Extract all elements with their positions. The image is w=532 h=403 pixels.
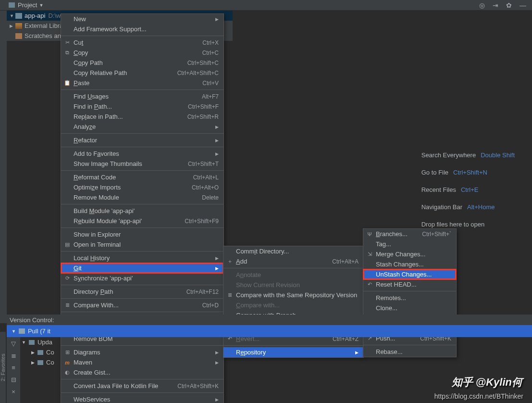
vc-tab-pull[interactable]: ▼Pull (7 it (7, 327, 55, 335)
filter-icon[interactable]: ▽ (11, 340, 16, 347)
project-label[interactable]: Project (18, 1, 37, 9)
add-icon: ＋ (226, 258, 233, 265)
menu-build-module[interactable]: Build Module 'app-api' (61, 206, 223, 216)
project-icon (9, 2, 15, 8)
git-show-cur-rev: Show Current Revision (223, 280, 363, 290)
menu-add-framework[interactable]: Add Framework Support... (61, 24, 223, 34)
git-commit-dir[interactable]: Commit Directory... (223, 246, 363, 256)
menu-git[interactable]: Git▶ (61, 263, 223, 273)
menu-optimize-imports[interactable]: Optimize ImportsCtrl+Alt+O (61, 182, 223, 192)
git-repository[interactable]: Repository▶ (223, 347, 363, 357)
version-control-header: Version Control: (7, 315, 532, 325)
github-icon: ◐ (64, 369, 71, 376)
menu-maven[interactable]: mMaven▶ (61, 357, 223, 367)
repo-rebase[interactable]: Rebase... (363, 347, 456, 357)
merge-icon: ⇲ (366, 251, 373, 257)
git-compare-with: Compare with... (223, 300, 363, 310)
menu-cut[interactable]: ✂CutCtrl+X (61, 38, 223, 48)
vc-row-c2[interactable]: ▶Co (22, 357, 54, 367)
module-icon (15, 13, 22, 19)
folder-icon (37, 360, 43, 365)
menu-analyze[interactable]: Analyze▶ (61, 122, 223, 132)
project-toolbar: Project ▼ ◎ ⇥ ✿ — (0, 0, 532, 11)
menu-synchronize[interactable]: ⟳Synchronize 'app-api' (61, 273, 223, 283)
repo-tag[interactable]: Tag... (363, 239, 456, 249)
watermark-url: https://blog.csdn.net/BThinker (434, 392, 523, 400)
expand-icon[interactable]: ≣ (11, 352, 16, 359)
menu-open-terminal[interactable]: ▤Open in Terminal (61, 239, 223, 250)
cut-icon: ✂ (64, 39, 71, 46)
menu-find-in-path[interactable]: Find in Path...Ctrl+Shift+F (61, 101, 223, 112)
repo-remotes[interactable]: Remotes... (363, 293, 456, 303)
git-annotate: Annotate (223, 270, 363, 280)
menu-show-thumbnails[interactable]: Show Image ThumbnailsCtrl+Shift+T (61, 159, 223, 169)
libs-icon (15, 23, 22, 29)
context-menu-git: Commit Directory... ＋AddCtrl+Alt+A Annot… (223, 246, 364, 358)
menu-copy-path[interactable]: Copy PathCtrl+Shift+C (61, 58, 223, 68)
paste-icon: 📋 (64, 80, 71, 86)
target-icon[interactable]: ◎ (479, 1, 485, 9)
git-add[interactable]: ＋AddCtrl+Alt+A (223, 256, 363, 266)
scratches-icon (15, 33, 22, 39)
menu-diagrams[interactable]: ⊞Diagrams▶ (61, 347, 223, 357)
repo-stash[interactable]: Stash Changes... (363, 259, 456, 269)
menu-rebuild-module[interactable]: Rebuild Module 'app-api'Ctrl+Shift+F9 (61, 216, 223, 226)
menu-reformat[interactable]: Reformat CodeCtrl+Alt+L (61, 172, 223, 182)
sync-icon: ⟳ (64, 275, 71, 281)
menu-convert-kotlin[interactable]: Convert Java File to Kotlin FileCtrl+Alt… (61, 381, 223, 391)
collapse-icon[interactable]: ≡ (12, 364, 15, 371)
repo-branches[interactable]: ΨBranches...Ctrl+Shift+` (363, 229, 456, 239)
vc-tree: ▼Upda ▶Co ▶Co (22, 337, 54, 367)
branch-icon: Ψ (366, 231, 373, 237)
version-control-tabs: ▼Pull (7 it (7, 325, 532, 337)
vc-toolbar: ▽ ≣ ≡ ⊟ × (7, 337, 20, 403)
menu-paste[interactable]: 📋PasteCtrl+V (61, 78, 223, 88)
group-icon[interactable]: ⊟ (11, 376, 16, 383)
repo-clone[interactable]: Clone... (363, 303, 456, 313)
chevron-down-icon[interactable]: ▼ (39, 3, 43, 8)
folder-icon (29, 340, 35, 345)
folder-icon (19, 328, 25, 334)
repo-reset-head[interactable]: ↶Reset HEAD... (363, 279, 456, 290)
context-menu-repository: ΨBranches...Ctrl+Shift+` Tag... ⇲Merge C… (363, 228, 457, 357)
menu-dir-path[interactable]: Directory PathCtrl+Alt+F12 (61, 287, 223, 297)
repo-unstash[interactable]: UnStash Changes... (363, 269, 456, 279)
collapse-icon[interactable]: ⇥ (493, 1, 498, 9)
menu-create-gist[interactable]: ◐Create Gist... (61, 367, 223, 378)
favorites-tab[interactable]: 2: Favorites (0, 332, 6, 403)
menu-webservices[interactable]: WebServices▶ (61, 394, 223, 403)
git-compare-same[interactable]: ≣Compare with the Same Repository Versio… (223, 290, 363, 300)
diff-icon: ≣ (64, 302, 71, 308)
menu-compare-with[interactable]: ≣Compare With...Ctrl+D (61, 300, 223, 310)
menu-add-favorites[interactable]: Add to Favorites▶ (61, 149, 223, 159)
menu-local-history[interactable]: Local History▶ (61, 253, 223, 263)
terminal-icon: ▤ (64, 241, 71, 248)
menu-replace-in-path[interactable]: Replace in Path...Ctrl+Shift+R (61, 112, 223, 122)
vc-row-c1[interactable]: ▶Co (22, 347, 54, 357)
menu-show-explorer[interactable]: Show in Explorer (61, 229, 223, 239)
diagram-icon: ⊞ (64, 349, 71, 355)
menu-new[interactable]: New▶ (61, 14, 223, 24)
maven-icon: m (64, 360, 71, 365)
copy-icon: ⧉ (64, 50, 71, 56)
hide-icon[interactable]: — (520, 1, 526, 9)
left-side-tabs (0, 11, 7, 323)
menu-find-usages[interactable]: Find UsagesAlt+F7 (61, 91, 223, 101)
reset-icon: ↶ (366, 281, 373, 288)
folder-icon (37, 350, 43, 355)
context-menu-main: New▶ Add Framework Support... ✂CutCtrl+X… (61, 13, 224, 403)
diff-icon: ≣ (226, 292, 233, 298)
menu-refactor[interactable]: Refactor▶ (61, 135, 223, 145)
gear-icon[interactable]: ✿ (506, 1, 512, 9)
welcome-tips: Search EverywhereDouble Shift Go to File… (421, 147, 515, 233)
menu-copy[interactable]: ⧉CopyCtrl+C (61, 48, 223, 58)
prev-icon[interactable]: × (12, 388, 15, 395)
menu-copy-rel-path[interactable]: Copy Relative PathCtrl+Alt+Shift+C (61, 68, 223, 78)
repo-merge[interactable]: ⇲Merge Changes... (363, 249, 456, 259)
vc-row-update[interactable]: ▼Upda (22, 337, 54, 347)
menu-remove-module[interactable]: Remove ModuleDelete (61, 192, 223, 202)
watermark: 知乎 @Kylin何 (452, 375, 522, 390)
